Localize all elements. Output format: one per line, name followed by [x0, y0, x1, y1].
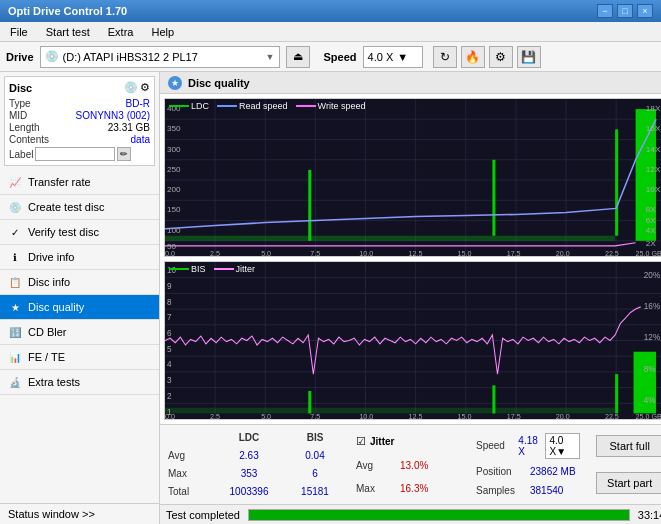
svg-text:16X: 16X: [646, 124, 661, 133]
legend-read-speed: Read speed: [217, 101, 288, 111]
menu-file[interactable]: File: [6, 25, 32, 39]
stats-table: LDC BIS Avg 2.63 0.04 Max: [160, 425, 348, 504]
speed-selector[interactable]: 4.0 X ▼: [363, 46, 423, 68]
svg-text:12%: 12%: [644, 332, 661, 342]
legend-write-speed: Write speed: [296, 101, 366, 111]
svg-text:22.5: 22.5: [605, 412, 619, 419]
length-value: 23.31 GB: [108, 122, 150, 133]
svg-text:250: 250: [167, 165, 181, 174]
bottom-chart-svg: 10 9 8 7 6 5 4 3 2 1 20% 16% 12% 8% 4%: [165, 262, 661, 419]
disc-quality-header-icon: ★: [168, 76, 182, 90]
sidebar-item-extra-tests[interactable]: 🔬 Extra tests: [0, 370, 159, 395]
nav-label-cd-bler: CD Bler: [28, 326, 67, 338]
svg-text:20.0: 20.0: [556, 250, 570, 256]
main-content: ★ Disc quality LDC Read speed: [160, 72, 661, 524]
menu-start-test[interactable]: Start test: [42, 25, 94, 39]
length-label: Length: [9, 122, 40, 133]
chevron-down-icon: ▼: [266, 52, 275, 62]
status-window-button[interactable]: Status window >>: [0, 503, 159, 524]
speed-stat-selector[interactable]: 4.0 X▼: [545, 433, 581, 459]
position-label: Position: [476, 466, 526, 477]
minimize-button[interactable]: −: [597, 4, 613, 18]
contents-value: data: [131, 134, 150, 145]
svg-rect-72: [615, 374, 618, 413]
svg-text:2.5: 2.5: [210, 250, 220, 256]
svg-text:7.5: 7.5: [310, 250, 320, 256]
eject-button[interactable]: ⏏: [286, 46, 310, 68]
svg-text:4%: 4%: [644, 395, 656, 405]
save-icon[interactable]: 💾: [517, 46, 541, 68]
burn-icon[interactable]: 🔥: [461, 46, 485, 68]
menu-extra[interactable]: Extra: [104, 25, 138, 39]
svg-text:100: 100: [167, 226, 181, 235]
settings-icon[interactable]: ⚙: [489, 46, 513, 68]
window-controls: − □ ×: [597, 4, 653, 18]
start-part-button[interactable]: Start part: [596, 472, 661, 494]
svg-text:5: 5: [167, 343, 172, 353]
menu-help[interactable]: Help: [147, 25, 178, 39]
sidebar-item-verify-test-disc[interactable]: ✓ Verify test disc: [0, 220, 159, 245]
total-bis-value: 15181: [301, 486, 329, 497]
svg-text:0.0: 0.0: [165, 412, 175, 419]
label-label: Label: [9, 149, 33, 160]
stats-avg-row: Avg 2.63 0.04: [168, 450, 340, 461]
svg-text:5.0: 5.0: [261, 250, 271, 256]
svg-text:15.0: 15.0: [458, 412, 472, 419]
progress-fill: [249, 510, 629, 520]
drive-label: Drive: [6, 51, 34, 63]
drive-info-icon: ℹ: [8, 250, 22, 264]
cd-bler-icon: 🔢: [8, 325, 22, 339]
sidebar-item-disc-info[interactable]: 📋 Disc info: [0, 270, 159, 295]
refresh-icon[interactable]: ↻: [433, 46, 457, 68]
jitter-checkbox[interactable]: ☑: [356, 435, 366, 448]
legend-write-speed-label: Write speed: [318, 101, 366, 111]
nav-label-verify-test-disc: Verify test disc: [28, 226, 99, 238]
speed-chevron-icon: ▼: [397, 51, 408, 63]
disc-panel-title: Disc: [9, 82, 32, 94]
jitter-max-row: Max 16.3%: [356, 483, 460, 494]
speed-select-value: 4.0 X: [550, 435, 564, 457]
disc-quality-header: ★ Disc quality: [160, 72, 661, 94]
create-test-disc-icon: 💿: [8, 200, 22, 214]
samples-label: Samples: [476, 485, 526, 496]
stats-total-row: Total 1003396 15181: [168, 486, 340, 497]
sidebar-item-drive-info[interactable]: ℹ Drive info: [0, 245, 159, 270]
verify-test-disc-icon: ✓: [8, 225, 22, 239]
disc-settings-icon[interactable]: ⚙: [140, 81, 150, 94]
sidebar-item-transfer-rate[interactable]: 📈 Transfer rate: [0, 170, 159, 195]
fe-te-icon: 📊: [8, 350, 22, 364]
bis-color: [169, 268, 189, 270]
svg-text:300: 300: [167, 145, 181, 154]
svg-text:10X: 10X: [646, 185, 661, 194]
label-edit-icon[interactable]: ✏: [117, 147, 131, 161]
svg-text:22.5: 22.5: [605, 250, 619, 256]
time-text: 33:14: [638, 509, 661, 521]
drive-selector[interactable]: 💿 (D:) ATAPI iHBS312 2 PL17 ▼: [40, 46, 280, 68]
sidebar-item-fe-te[interactable]: 📊 FE / TE: [0, 345, 159, 370]
sidebar-item-create-test-disc[interactable]: 💿 Create test disc: [0, 195, 159, 220]
type-value: BD-R: [126, 98, 150, 109]
max-bis-value: 6: [312, 468, 318, 479]
stats-cell-total-bis: 15181: [290, 486, 340, 497]
close-button[interactable]: ×: [637, 4, 653, 18]
sidebar-item-cd-bler[interactable]: 🔢 CD Bler: [0, 320, 159, 345]
ldc-header: LDC: [239, 432, 260, 443]
speed-label: Speed: [324, 51, 357, 63]
jitter-label: Jitter: [370, 436, 394, 447]
speed-position-section: Speed 4.18 X 4.0 X▼ Position 23862 MB Sa…: [468, 425, 588, 504]
svg-text:7: 7: [167, 312, 172, 322]
start-full-button[interactable]: Start full: [596, 435, 661, 457]
drive-icon: 💿: [45, 50, 59, 63]
stats-cell-total-ldc: 1003396: [224, 486, 274, 497]
samples-row: Samples 381540: [476, 485, 580, 496]
top-chart-legend: LDC Read speed Write speed: [169, 101, 365, 111]
samples-value: 381540: [530, 485, 563, 496]
svg-rect-20: [615, 129, 618, 235]
charts-area: LDC Read speed Write speed: [160, 94, 661, 424]
svg-text:20.0: 20.0: [556, 412, 570, 419]
max-label: Max: [168, 468, 208, 479]
label-input[interactable]: [35, 147, 115, 161]
sidebar-item-disc-quality[interactable]: ★ Disc quality: [0, 295, 159, 320]
sidebar: Disc 💿 ⚙ Type BD-R MID SONYNN3 (002) Len…: [0, 72, 160, 524]
maximize-button[interactable]: □: [617, 4, 633, 18]
